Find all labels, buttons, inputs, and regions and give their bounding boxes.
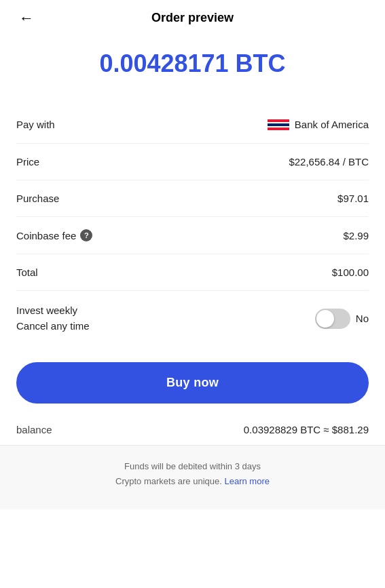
btc-amount: 0.00428171 BTC: [0, 36, 385, 105]
price-value: $22,656.84 / BTC: [289, 156, 369, 168]
invest-weekly-label: Invest weekly Cancel any time: [16, 303, 90, 334]
total-value: $100.00: [332, 267, 369, 278]
invest-weekly-value: No: [315, 309, 369, 329]
fee-help-icon[interactable]: ?: [80, 229, 92, 241]
fee-value: $2.99: [343, 230, 369, 241]
footer: Funds will be debited within 3 days Cryp…: [0, 446, 385, 509]
pay-with-label: Pay with: [16, 119, 55, 130]
toggle-thumb: [316, 310, 334, 328]
balance-value: 0.03928829 BTC ≈ $881.29: [244, 424, 369, 435]
invest-weekly-row: Invest weekly Cancel any time No: [16, 291, 369, 346]
bank-name: Bank of America: [295, 119, 369, 130]
bank-of-america-icon: [268, 117, 289, 131]
invest-weekly-toggle[interactable]: [315, 309, 350, 329]
balance-row: balance 0.03928829 BTC ≈ $881.29: [0, 414, 385, 445]
page-title: Order preview: [151, 11, 234, 25]
total-label: Total: [16, 267, 38, 278]
purchase-row: Purchase $97.01: [16, 180, 369, 217]
purchase-label: Purchase: [16, 193, 59, 204]
learn-more-link[interactable]: Learn more: [224, 476, 269, 486]
details-section: Pay with Bank of America Price $22,656.8…: [0, 105, 385, 346]
back-button[interactable]: ←: [14, 7, 39, 30]
buy-now-button[interactable]: Buy now: [16, 362, 369, 404]
svg-rect-1: [268, 123, 289, 126]
toggle-state-label: No: [356, 313, 369, 324]
buy-button-container: Buy now: [0, 346, 385, 414]
svg-rect-0: [268, 119, 289, 122]
pay-with-row: Pay with Bank of America: [16, 105, 369, 144]
fee-label: Coinbase fee ?: [16, 229, 92, 241]
header: ← Order preview: [0, 0, 385, 36]
toggle-track: [315, 309, 350, 329]
svg-rect-2: [268, 128, 289, 130]
pay-with-value: Bank of America: [268, 117, 369, 131]
balance-label: balance: [16, 424, 52, 435]
price-label: Price: [16, 156, 39, 168]
price-row: Price $22,656.84 / BTC: [16, 144, 369, 180]
fee-row: Coinbase fee ? $2.99: [16, 217, 369, 254]
footer-text: Funds will be debited within 3 days Cryp…: [16, 459, 369, 489]
purchase-value: $97.01: [337, 193, 369, 204]
total-row: Total $100.00: [16, 254, 369, 291]
